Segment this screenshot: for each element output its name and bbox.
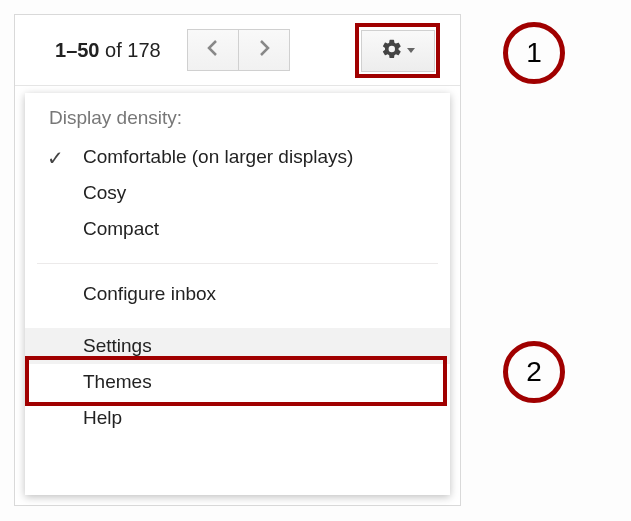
menu-spacer xyxy=(25,312,450,328)
density-option-cosy[interactable]: Cosy xyxy=(25,175,450,211)
menu-item-label: Help xyxy=(83,407,122,429)
callout-label: 2 xyxy=(526,356,542,388)
menu-section-header: Display density: xyxy=(25,101,450,139)
chevron-left-icon xyxy=(206,39,220,61)
chevron-right-icon xyxy=(257,39,271,61)
menu-separator xyxy=(37,263,438,264)
settings-menu: Display density: ✓ Comfortable (on large… xyxy=(25,93,450,495)
prev-page-button[interactable] xyxy=(187,29,239,71)
menu-item-help[interactable]: Help xyxy=(25,400,450,436)
caret-down-icon xyxy=(407,48,415,53)
menu-item-label: Settings xyxy=(83,335,152,357)
callout-circle-2: 2 xyxy=(503,341,565,403)
menu-item-label: Compact xyxy=(83,218,159,240)
range-word: of xyxy=(100,39,128,61)
menu-item-label: Themes xyxy=(83,371,152,393)
density-option-compact[interactable]: Compact xyxy=(25,211,450,247)
next-page-button[interactable] xyxy=(238,29,290,71)
menu-item-themes[interactable]: Themes xyxy=(25,364,450,400)
range-end: 50 xyxy=(77,39,99,61)
range-total: 178 xyxy=(127,39,160,61)
page-range: 1–50 of 178 xyxy=(55,39,161,62)
menu-item-configure-inbox[interactable]: Configure inbox xyxy=(25,276,450,312)
menu-item-settings[interactable]: Settings xyxy=(25,328,450,364)
app-panel: 1–50 of 178 xyxy=(14,14,461,506)
range-start: 1 xyxy=(55,39,66,61)
callout-label: 1 xyxy=(526,37,542,69)
settings-gear-button[interactable] xyxy=(361,30,435,72)
gear-icon xyxy=(381,38,403,64)
menu-item-label: Configure inbox xyxy=(83,283,216,305)
check-icon: ✓ xyxy=(47,146,64,170)
menu-item-label: Comfortable (on larger displays) xyxy=(83,146,353,168)
density-option-comfortable[interactable]: ✓ Comfortable (on larger displays) xyxy=(25,139,450,175)
menu-item-label: Cosy xyxy=(83,182,126,204)
toolbar: 1–50 of 178 xyxy=(15,15,460,86)
callout-circle-1: 1 xyxy=(503,22,565,84)
